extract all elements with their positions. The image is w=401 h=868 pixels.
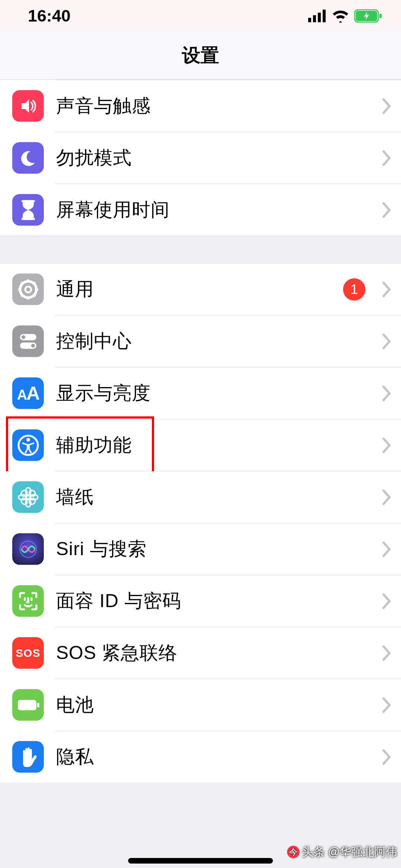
svg-rect-38 [37, 703, 39, 707]
svg-rect-37 [18, 700, 36, 710]
settings-item-privacy[interactable]: 隐私 [0, 731, 401, 783]
item-label: 声音与触感 [56, 94, 370, 118]
svg-rect-3 [323, 10, 326, 22]
svg-line-18 [21, 295, 23, 297]
siri-icon [12, 533, 44, 565]
item-label: 电池 [56, 692, 370, 717]
chevron-right-icon [382, 202, 392, 218]
battery-charging-icon [354, 9, 382, 23]
settings-item-wallpaper[interactable]: 墙纸 [0, 471, 401, 523]
status-indicators [308, 9, 382, 23]
sos-icon: SOS [12, 637, 44, 669]
face-id-icon [12, 585, 44, 617]
settings-item-siri[interactable]: Siri 与搜索 [0, 523, 401, 575]
chevron-right-icon [382, 437, 392, 453]
page-header: 设置 [0, 32, 401, 80]
text-size-icon: AA [12, 377, 44, 409]
settings-item-screentime[interactable]: 屏幕使用时间 [0, 184, 401, 236]
item-label: 墙纸 [56, 485, 370, 510]
svg-rect-1 [313, 15, 316, 22]
status-time: 16:40 [28, 6, 71, 26]
settings-item-battery[interactable]: 电池 [0, 679, 401, 731]
home-indicator[interactable] [128, 858, 273, 864]
settings-group-2: 通用 1 控制中心 AA 显示与亮度 辅助功能 [0, 263, 401, 783]
hand-icon [12, 741, 44, 773]
item-label: 显示与亮度 [56, 381, 370, 406]
item-label: 辅助功能 [56, 433, 370, 458]
svg-point-10 [25, 286, 31, 292]
chevron-right-icon [382, 333, 392, 350]
settings-group-1: 声音与触感 勿扰模式 屏幕使用时间 [0, 80, 401, 236]
page-title: 设置 [182, 43, 219, 68]
settings-item-display[interactable]: AA 显示与亮度 [0, 367, 401, 419]
notification-badge: 1 [343, 278, 365, 301]
settings-item-sos[interactable]: SOS SOS 紧急联络 [0, 627, 401, 679]
speaker-icon [12, 90, 44, 122]
cellular-icon [308, 10, 327, 22]
settings-item-sounds[interactable]: 声音与触感 [0, 80, 401, 132]
watermark: 今 头条 @华强北阿伟 [287, 844, 397, 860]
svg-point-22 [31, 344, 35, 347]
chevron-right-icon [382, 645, 392, 661]
svg-rect-6 [379, 14, 382, 18]
svg-point-24 [26, 438, 30, 442]
item-label: SOS 紧急联络 [56, 641, 370, 665]
chevron-right-icon [382, 150, 392, 166]
toggles-icon [12, 325, 44, 357]
settings-item-faceid[interactable]: 面容 ID 与密码 [0, 575, 401, 627]
hourglass-icon [12, 194, 44, 226]
chevron-right-icon [382, 385, 392, 402]
svg-rect-2 [318, 13, 321, 22]
chevron-right-icon [382, 281, 392, 298]
settings-item-general[interactable]: 通用 1 [0, 263, 401, 315]
gear-icon [12, 273, 44, 305]
chevron-right-icon [382, 489, 392, 505]
accessibility-icon [12, 429, 44, 461]
svg-rect-8 [22, 218, 35, 220]
svg-rect-7 [22, 200, 35, 202]
svg-line-15 [21, 282, 23, 284]
item-label: 隐私 [56, 744, 370, 769]
svg-rect-0 [308, 18, 311, 22]
svg-line-17 [33, 282, 35, 284]
battery-icon [12, 689, 44, 721]
chevron-right-icon [382, 697, 392, 713]
status-bar: 16:40 [0, 0, 401, 32]
wifi-icon [331, 9, 350, 23]
settings-item-control-center[interactable]: 控制中心 [0, 315, 401, 367]
moon-icon [12, 142, 44, 174]
flower-icon [12, 481, 44, 513]
item-label: 勿扰模式 [56, 145, 370, 170]
item-label: Siri 与搜索 [56, 537, 370, 561]
item-label: 控制中心 [56, 329, 370, 354]
settings-item-accessibility[interactable]: 辅助功能 [0, 419, 401, 471]
chevron-right-icon [382, 541, 392, 557]
chevron-right-icon [382, 593, 392, 609]
item-label: 通用 [56, 277, 331, 302]
settings-item-dnd[interactable]: 勿扰模式 [0, 132, 401, 184]
chevron-right-icon [382, 98, 392, 114]
svg-point-20 [22, 335, 25, 339]
chevron-right-icon [382, 749, 392, 765]
svg-line-16 [33, 295, 35, 297]
item-label: 屏幕使用时间 [56, 197, 370, 222]
item-label: 面容 ID 与密码 [56, 589, 370, 613]
